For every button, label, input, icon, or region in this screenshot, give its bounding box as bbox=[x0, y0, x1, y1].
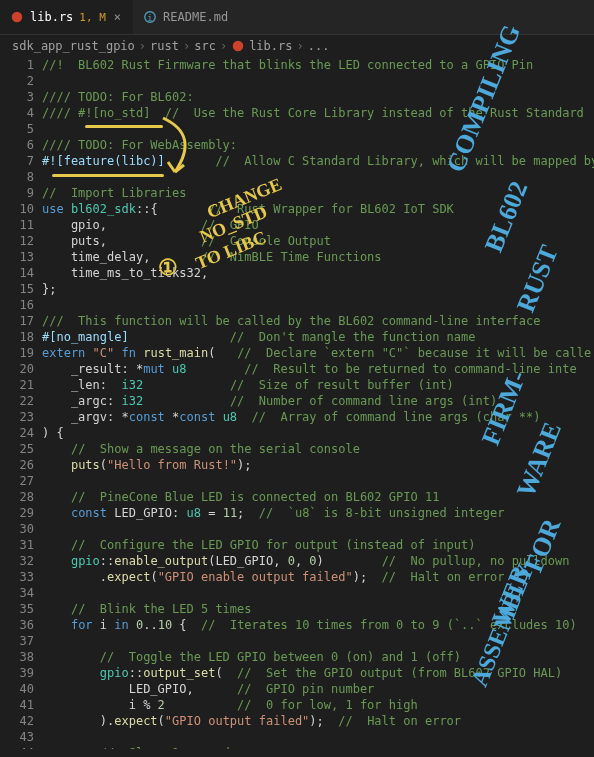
line-number: 8 bbox=[0, 169, 34, 185]
code-line[interactable]: gpio, // GPIO bbox=[42, 217, 594, 233]
code-content[interactable]: //! BL602 Rust Firmware that blinks the … bbox=[42, 57, 594, 749]
editor-tabs: lib.rs 1, M × i README.md bbox=[0, 0, 594, 35]
code-line[interactable]: /// This function will be called by the … bbox=[42, 313, 594, 329]
breadcrumb-part[interactable]: rust bbox=[150, 39, 179, 53]
code-line[interactable]: for i in 0..10 { // Iterates 10 times fr… bbox=[42, 617, 594, 633]
line-number: 36 bbox=[0, 617, 34, 633]
line-number: 30 bbox=[0, 521, 34, 537]
chevron-right-icon: › bbox=[220, 39, 227, 53]
line-number: 14 bbox=[0, 265, 34, 281]
line-number: 23 bbox=[0, 409, 34, 425]
code-line[interactable]: //// #![no_std] // Use the Rust Core Lib… bbox=[42, 105, 594, 121]
code-line[interactable]: i % 2 // 0 for low, 1 for high bbox=[42, 697, 594, 713]
line-number: 35 bbox=[0, 601, 34, 617]
tab-lib-rs[interactable]: lib.rs 1, M × bbox=[0, 0, 133, 34]
line-number: 3 bbox=[0, 89, 34, 105]
breadcrumb-part[interactable]: src bbox=[194, 39, 216, 53]
rust-icon bbox=[231, 39, 245, 53]
close-icon[interactable]: × bbox=[112, 8, 123, 26]
code-line[interactable]: _argc: i32 // Number of command line arg… bbox=[42, 393, 594, 409]
line-number: 1 bbox=[0, 57, 34, 73]
line-number: 43 bbox=[0, 729, 34, 745]
code-line[interactable] bbox=[42, 473, 594, 489]
tab-readme[interactable]: i README.md bbox=[133, 0, 238, 34]
code-line[interactable]: // PineCone Blue LED is connected on BL6… bbox=[42, 489, 594, 505]
code-line[interactable]: _len: i32 // Size of result buffer (int) bbox=[42, 377, 594, 393]
code-line[interactable] bbox=[42, 169, 594, 185]
code-line[interactable]: // Sleep 1 second bbox=[42, 745, 594, 749]
code-line[interactable]: puts("Hello from Rust!"); bbox=[42, 457, 594, 473]
code-line[interactable]: .expect("GPIO enable output failed"); //… bbox=[42, 569, 594, 585]
line-number: 41 bbox=[0, 697, 34, 713]
code-line[interactable]: puts, // Console Output bbox=[42, 233, 594, 249]
code-line[interactable]: LED_GPIO, // GPIO pin number bbox=[42, 681, 594, 697]
line-number: 34 bbox=[0, 585, 34, 601]
line-number: 18 bbox=[0, 329, 34, 345]
code-line[interactable]: // Toggle the LED GPIO between 0 (on) an… bbox=[42, 649, 594, 665]
code-line[interactable]: gpio::enable_output(LED_GPIO, 0, 0) // N… bbox=[42, 553, 594, 569]
code-line[interactable]: //! BL602 Rust Firmware that blinks the … bbox=[42, 57, 594, 73]
line-number: 12 bbox=[0, 233, 34, 249]
line-number: 32 bbox=[0, 553, 34, 569]
line-number: 4 bbox=[0, 105, 34, 121]
code-line[interactable]: // Blink the LED 5 times bbox=[42, 601, 594, 617]
line-number: 44 bbox=[0, 745, 34, 749]
code-line[interactable]: gpio::output_set( // Set the GPIO output… bbox=[42, 665, 594, 681]
line-number: 24 bbox=[0, 425, 34, 441]
line-number: 28 bbox=[0, 489, 34, 505]
line-number-gutter: 1234567891011121314151617181920212223242… bbox=[0, 57, 42, 749]
line-number: 31 bbox=[0, 537, 34, 553]
breadcrumb-part[interactable]: sdk_app_rust_gpio bbox=[12, 39, 135, 53]
code-line[interactable]: #[no_mangle] // Don't mangle the functio… bbox=[42, 329, 594, 345]
chevron-right-icon: › bbox=[183, 39, 190, 53]
code-line[interactable]: #![feature(libc)] // Allow C Standard Li… bbox=[42, 153, 594, 169]
tab-status: 1, M bbox=[79, 11, 106, 24]
breadcrumb-part[interactable]: lib.rs bbox=[249, 39, 292, 53]
line-number: 21 bbox=[0, 377, 34, 393]
code-line[interactable]: _argv: *const *const u8 // Array of comm… bbox=[42, 409, 594, 425]
line-number: 26 bbox=[0, 457, 34, 473]
code-line[interactable]: _result: *mut u8 // Result to be returne… bbox=[42, 361, 594, 377]
code-line[interactable]: // Show a message on the serial console bbox=[42, 441, 594, 457]
info-icon: i bbox=[143, 10, 157, 24]
code-line[interactable]: //// TODO: For BL602: bbox=[42, 89, 594, 105]
breadcrumb: sdk_app_rust_gpio › rust › src › lib.rs … bbox=[0, 35, 594, 57]
code-line[interactable] bbox=[42, 73, 594, 89]
line-number: 10 bbox=[0, 201, 34, 217]
code-line[interactable]: const LED_GPIO: u8 = 11; // `u8` is 8-bi… bbox=[42, 505, 594, 521]
code-line[interactable] bbox=[42, 297, 594, 313]
svg-point-3 bbox=[233, 41, 244, 52]
line-number: 27 bbox=[0, 473, 34, 489]
code-line[interactable] bbox=[42, 729, 594, 745]
code-line[interactable]: ) { bbox=[42, 425, 594, 441]
tab-label: lib.rs bbox=[30, 10, 73, 24]
line-number: 25 bbox=[0, 441, 34, 457]
line-number: 29 bbox=[0, 505, 34, 521]
line-number: 40 bbox=[0, 681, 34, 697]
line-number: 11 bbox=[0, 217, 34, 233]
line-number: 2 bbox=[0, 73, 34, 89]
code-line[interactable] bbox=[42, 585, 594, 601]
code-line[interactable]: time_ms_to_ticks32, bbox=[42, 265, 594, 281]
breadcrumb-part[interactable]: ... bbox=[308, 39, 330, 53]
line-number: 7 bbox=[0, 153, 34, 169]
line-number: 15 bbox=[0, 281, 34, 297]
line-number: 39 bbox=[0, 665, 34, 681]
code-editor[interactable]: 1234567891011121314151617181920212223242… bbox=[0, 57, 594, 749]
code-line[interactable]: extern "C" fn rust_main( // Declare `ext… bbox=[42, 345, 594, 361]
rust-icon bbox=[10, 10, 24, 24]
code-line[interactable]: use bl602_sdk::{ // Rust Wrapper for BL6… bbox=[42, 201, 594, 217]
line-number: 5 bbox=[0, 121, 34, 137]
code-line[interactable]: // Import Libraries bbox=[42, 185, 594, 201]
code-line[interactable]: }; bbox=[42, 281, 594, 297]
code-line[interactable] bbox=[42, 633, 594, 649]
line-number: 6 bbox=[0, 137, 34, 153]
line-number: 16 bbox=[0, 297, 34, 313]
code-line[interactable]: ).expect("GPIO output failed"); // Halt … bbox=[42, 713, 594, 729]
code-line[interactable]: time_delay, // NimBLE Time Functions bbox=[42, 249, 594, 265]
code-line[interactable]: //// TODO: For WebAssembly: bbox=[42, 137, 594, 153]
code-line[interactable] bbox=[42, 521, 594, 537]
code-line[interactable]: // Configure the LED GPIO for output (in… bbox=[42, 537, 594, 553]
chevron-right-icon: › bbox=[139, 39, 146, 53]
code-line[interactable] bbox=[42, 121, 594, 137]
